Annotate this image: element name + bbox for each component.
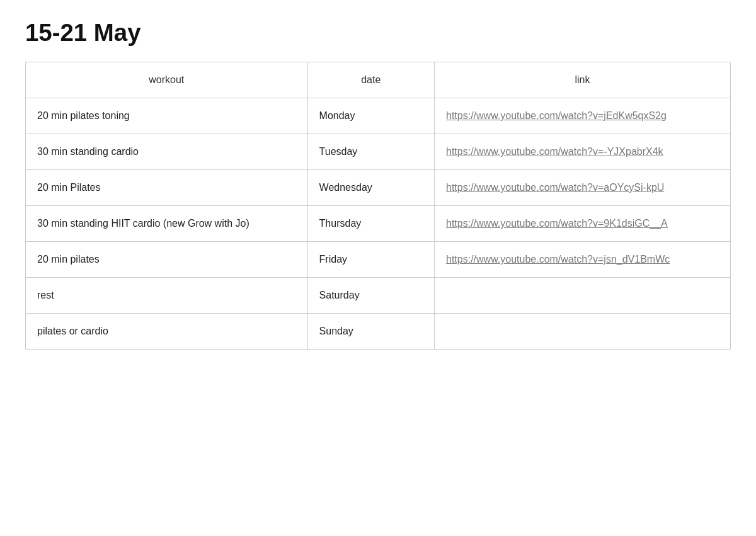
header-link: link xyxy=(435,62,731,98)
cell-date: Sunday xyxy=(307,314,434,350)
cell-date: Saturday xyxy=(307,278,434,314)
cell-link: https://www.youtube.com/watch?v=jsn_dV1B… xyxy=(435,242,731,278)
table-row: restSaturday xyxy=(26,278,731,314)
cell-workout: 30 min standing HIIT cardio (new Grow wi… xyxy=(26,206,308,242)
cell-workout: 30 min standing cardio xyxy=(26,134,308,170)
cell-date: Tuesday xyxy=(307,134,434,170)
cell-workout: pilates or cardio xyxy=(26,314,308,350)
table-row: pilates or cardioSunday xyxy=(26,314,731,350)
workout-link[interactable]: https://www.youtube.com/watch?v=-YJXpabr… xyxy=(446,146,663,157)
page-title: 15-21 May xyxy=(25,19,731,47)
cell-workout: 20 min pilates toning xyxy=(26,98,308,134)
cell-link xyxy=(435,278,731,314)
cell-date: Monday xyxy=(307,98,434,134)
cell-workout: rest xyxy=(26,278,308,314)
cell-workout: 20 min pilates xyxy=(26,242,308,278)
cell-link xyxy=(435,314,731,350)
cell-workout: 20 min Pilates xyxy=(26,170,308,206)
table-row: 20 min pilates toningMondayhttps://www.y… xyxy=(26,98,731,134)
table-row: 30 min standing HIIT cardio (new Grow wi… xyxy=(26,206,731,242)
cell-date: Friday xyxy=(307,242,434,278)
cell-date: Wednesday xyxy=(307,170,434,206)
cell-link: https://www.youtube.com/watch?v=aOYcySi-… xyxy=(435,170,731,206)
cell-link: https://www.youtube.com/watch?v=jEdKw5qx… xyxy=(435,98,731,134)
workout-link[interactable]: https://www.youtube.com/watch?v=jEdKw5qx… xyxy=(446,110,667,121)
workout-table: workout date link 20 min pilates toningM… xyxy=(25,62,731,350)
cell-link: https://www.youtube.com/watch?v=-YJXpabr… xyxy=(435,134,731,170)
table-row: 20 min PilatesWednesdayhttps://www.youtu… xyxy=(26,170,731,206)
table-row: 30 min standing cardioTuesdayhttps://www… xyxy=(26,134,731,170)
workout-link[interactable]: https://www.youtube.com/watch?v=9K1dsiGC… xyxy=(446,218,668,229)
cell-link: https://www.youtube.com/watch?v=9K1dsiGC… xyxy=(435,206,731,242)
table-header-row: workout date link xyxy=(26,62,731,98)
header-workout: workout xyxy=(26,62,308,98)
workout-link[interactable]: https://www.youtube.com/watch?v=jsn_dV1B… xyxy=(446,254,670,265)
workout-link[interactable]: https://www.youtube.com/watch?v=aOYcySi-… xyxy=(446,182,664,193)
cell-date: Thursday xyxy=(307,206,434,242)
header-date: date xyxy=(307,62,434,98)
table-row: 20 min pilatesFridayhttps://www.youtube.… xyxy=(26,242,731,278)
